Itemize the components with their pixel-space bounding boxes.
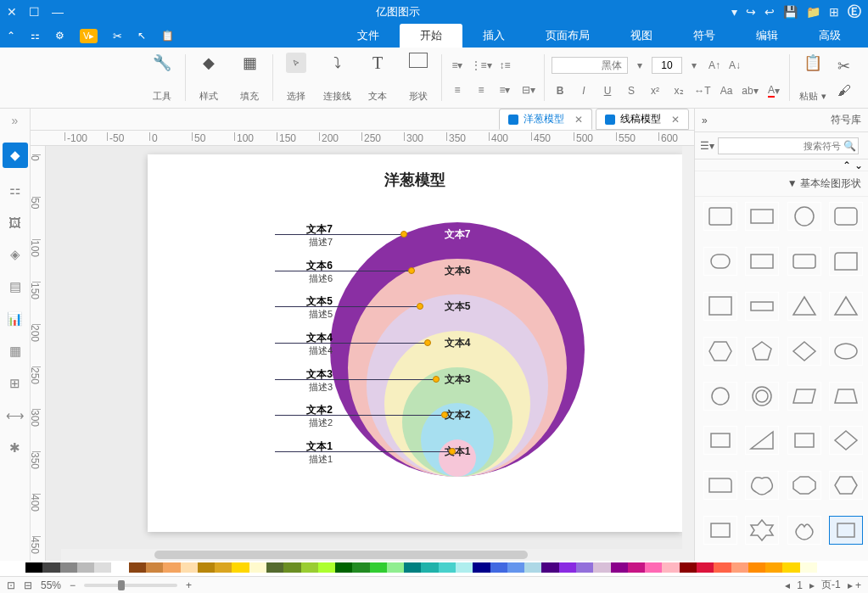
qat-save-icon[interactable]: 💾 [783, 5, 798, 19]
underline-icon[interactable]: U [599, 83, 616, 98]
font-family-input[interactable] [552, 57, 628, 74]
shape-swatch[interactable] [703, 516, 737, 545]
shape-rect-icon[interactable] [409, 53, 428, 68]
color-swatch[interactable] [439, 562, 456, 573]
color-swatch[interactable] [456, 562, 473, 573]
tab-insert[interactable]: 插入 [462, 24, 525, 48]
qat-open-icon[interactable]: 📁 [806, 5, 820, 19]
color-swatch[interactable] [266, 562, 283, 573]
ring-label-6[interactable]: 文本6 [445, 264, 471, 278]
shape-swatch[interactable] [829, 247, 863, 276]
lb-shapes-icon[interactable]: ◆ [3, 143, 28, 168]
qat-undo-icon[interactable]: ↩ [764, 5, 775, 19]
linespace-icon[interactable]: ↕≡ [496, 58, 513, 73]
vip-badge[interactable]: V▸ [80, 29, 98, 43]
fontcolor-icon[interactable]: A▾ [765, 83, 782, 98]
brush-icon[interactable]: 🖌 [837, 83, 860, 98]
ring-label-7[interactable]: 文本7 [445, 227, 471, 242]
superscript-icon[interactable]: x² [647, 83, 664, 98]
shape-swatch[interactable] [829, 471, 863, 500]
qat-logo-icon[interactable]: Ⓔ [848, 3, 861, 21]
color-swatch[interactable] [541, 562, 558, 573]
zoom-value[interactable]: 55% [41, 579, 61, 591]
page-name[interactable]: 页-1 [821, 578, 841, 592]
shape-swatch[interactable] [787, 382, 821, 411]
tab-file[interactable]: 文件 [337, 24, 400, 48]
tools-icon[interactable]: 🔧 [152, 53, 172, 73]
color-swatch[interactable] [283, 562, 300, 573]
page-prev-icon[interactable]: ◂ [785, 579, 790, 591]
align-left-icon[interactable]: ≡ [449, 82, 466, 98]
color-swatch[interactable] [60, 562, 77, 573]
color-swatch[interactable] [198, 562, 215, 573]
color-swatch[interactable] [507, 562, 524, 573]
h-scroll-thumb[interactable] [154, 551, 528, 559]
h-scrollbar[interactable] [61, 549, 694, 561]
canvas-scroll[interactable]: 洋葱模型 文本7文本6文本5文本4文本3文本2文本1文本1描述1文本2描述2文本… [46, 146, 694, 561]
pointer-icon[interactable]: ↖ [137, 30, 146, 42]
subscript-icon[interactable]: x₂ [670, 83, 687, 98]
color-swatch[interactable] [490, 562, 507, 573]
color-swatch[interactable] [662, 562, 679, 573]
color-swatch[interactable] [25, 562, 42, 573]
color-swatch[interactable] [146, 562, 163, 573]
lb-widget-icon[interactable]: ⊞ [5, 373, 25, 394]
shape-swatch[interactable] [703, 426, 737, 455]
qat-redo-icon[interactable]: ↪ [746, 5, 756, 19]
shape-swatch[interactable] [787, 426, 821, 455]
section-header[interactable]: ▼ 基本绘图形状 [695, 171, 868, 197]
highlight-icon[interactable]: ab▾ [742, 83, 759, 98]
leader-desc-2[interactable]: 描述2 [273, 417, 333, 429]
color-swatch[interactable] [697, 562, 714, 573]
connector-icon[interactable]: ⤵ [327, 53, 347, 73]
shape-swatch[interactable] [703, 247, 737, 276]
leader-label-5[interactable]: 文本5 [273, 294, 333, 309]
tab-symbol[interactable]: 符号 [673, 24, 736, 48]
zoom-out-icon[interactable]: − [70, 579, 76, 591]
color-swatch[interactable] [301, 562, 318, 573]
shape-swatch[interactable] [787, 471, 821, 500]
lb-align-icon[interactable]: ⟷ [5, 406, 25, 426]
scissors-icon[interactable]: ✂ [113, 30, 122, 42]
ring-label-2[interactable]: 文本2 [445, 408, 471, 422]
shape-swatch[interactable] [703, 202, 737, 231]
shape-swatch[interactable] [745, 337, 779, 366]
color-swatch[interactable] [593, 562, 610, 573]
lb-layers-icon[interactable]: ◈ [5, 244, 25, 265]
doc-tab-2[interactable]: 洋葱模型✕ [499, 109, 592, 130]
search-icon[interactable]: 🔍 [843, 140, 856, 152]
shape-swatch[interactable] [745, 202, 779, 231]
cut-icon[interactable]: ✂ [837, 57, 860, 76]
align-center-icon[interactable]: ≡ [473, 82, 490, 98]
paste-big-icon[interactable]: 📋 [803, 53, 823, 73]
scroll-down-icon[interactable]: ⌄ [854, 159, 863, 171]
color-swatch[interactable] [559, 562, 576, 573]
color-swatch[interactable] [163, 562, 180, 573]
select-tool-icon[interactable] [286, 53, 306, 73]
color-swatch[interactable] [215, 562, 232, 573]
actual-icon[interactable]: ⊟ [24, 579, 32, 591]
color-swatch[interactable] [628, 562, 645, 573]
color-swatch[interactable] [111, 562, 128, 573]
leader-desc-6[interactable]: 描述6 [273, 272, 333, 285]
leader-desc-7[interactable]: 描述7 [273, 236, 333, 249]
shape-swatch[interactable] [745, 426, 779, 455]
leader-desc-4[interactable]: 描述4 [273, 344, 333, 357]
color-swatch[interactable] [352, 562, 369, 573]
color-swatch[interactable] [94, 562, 111, 573]
shape-swatch[interactable] [745, 292, 779, 321]
lb-grid-icon[interactable]: ⚏ [5, 180, 25, 200]
shape-swatch[interactable] [745, 471, 779, 500]
leader-label-1[interactable]: 文本1 [273, 439, 333, 454]
text-tool-icon[interactable]: T [367, 53, 388, 73]
page[interactable]: 洋葱模型 文本7文本6文本5文本4文本3文本2文本1文本1描述1文本2描述2文本… [148, 154, 682, 532]
case-icon[interactable]: Aa [718, 83, 735, 98]
filter-icon[interactable]: ☰▾ [700, 140, 714, 152]
font-dd-icon[interactable]: ▾ [631, 58, 648, 73]
shape-swatch[interactable] [745, 247, 779, 276]
color-swatch[interactable] [611, 562, 628, 573]
tab-layout[interactable]: 页面布局 [525, 24, 610, 48]
leader-desc-1[interactable]: 描述1 [273, 453, 333, 466]
maximize-icon[interactable]: ☐ [29, 5, 40, 19]
shape-swatch[interactable] [703, 292, 737, 321]
